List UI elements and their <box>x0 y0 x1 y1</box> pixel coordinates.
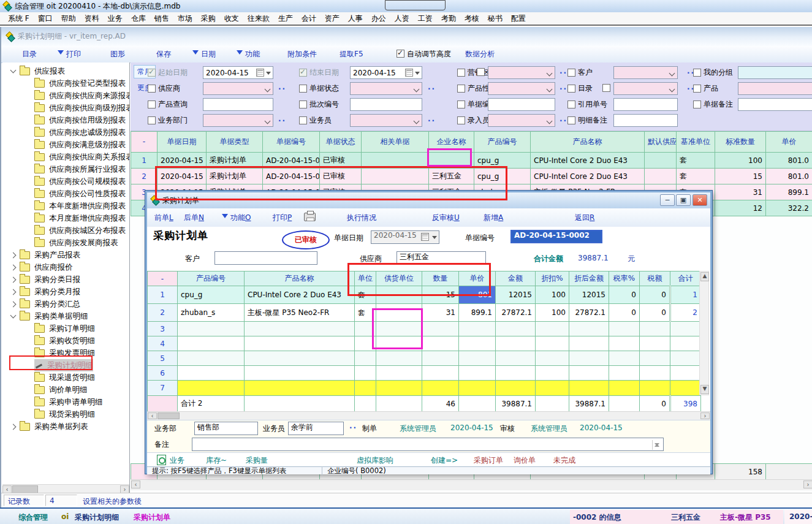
toolbar-item-4[interactable]: 日期 <box>192 49 216 59</box>
cell[interactable] <box>245 336 355 351</box>
cell[interactable]: 100 <box>536 304 569 322</box>
dialog-vscrollbar[interactable]: ▲ ▼ <box>699 271 709 395</box>
main-grid-header-3[interactable]: 单据编号 <box>263 132 320 153</box>
chevron-right-icon[interactable] <box>10 276 17 283</box>
link-业务[interactable]: 业务 <box>170 455 184 466</box>
cell[interactable]: 27872.1 <box>496 304 536 322</box>
cell[interactable] <box>640 351 670 366</box>
cell[interactable] <box>376 381 422 396</box>
cell[interactable] <box>536 322 569 336</box>
cell[interactable]: 3 <box>148 322 178 336</box>
dialog-grid-header-0[interactable]: - <box>148 271 178 286</box>
cell[interactable] <box>362 169 429 184</box>
cell[interactable]: CPU-Intel Core 2 Duo E43 <box>531 153 645 169</box>
cell[interactable]: 899.1 <box>459 304 496 322</box>
cell[interactable]: 12015 <box>496 286 536 304</box>
menu-item-1[interactable]: 窗口 <box>34 12 57 25</box>
dialog-grid-row-2[interactable]: 2zhuban_s主板-微星 P35 Neo2-FR套31899.127872.… <box>148 304 701 322</box>
toolbar-item-7[interactable]: 提取F5 <box>340 49 363 59</box>
cell[interactable]: 15 <box>422 286 459 304</box>
sidebar-item-8[interactable]: 供应商按所属行业报表 <box>34 163 126 175</box>
cell[interactable]: 1 <box>131 153 157 169</box>
cell[interactable] <box>362 153 429 169</box>
cell[interactable] <box>640 336 670 351</box>
cell[interactable] <box>459 366 496 381</box>
menu-item-2[interactable]: 帮助 <box>57 12 80 25</box>
sidebar-item-14[interactable]: 供应商按发展商报表 <box>34 237 118 249</box>
filter-单据备注-checkbox[interactable]: 单据备注 <box>693 98 733 111</box>
filter-起始日期-field[interactable]: 2020-04-15 <box>203 66 273 79</box>
sidebar-item-5[interactable]: 供应商按忠诚级别报表 <box>34 126 126 139</box>
filter-录入员-dots[interactable] <box>560 114 567 127</box>
cell[interactable]: AD-20-04-15-0002 <box>263 169 320 184</box>
minimized-window-fragment[interactable] <box>385 0 446 10</box>
main-grid-row-1[interactable]: 12020-04-15采购计划单AD-20-04-15-0001已审核cpu_g… <box>131 153 812 169</box>
cell[interactable] <box>355 366 376 381</box>
chevron-right-icon[interactable] <box>10 264 17 270</box>
link-采购量[interactable]: 采购量 <box>246 455 268 466</box>
sidebar-item-27[interactable]: 采购申请单明细 <box>34 396 103 408</box>
spinner-icon[interactable] <box>652 440 661 450</box>
filter-产品-checkbox[interactable]: 产品 <box>693 82 718 95</box>
cell[interactable] <box>569 381 609 396</box>
cell[interactable] <box>178 336 245 351</box>
cell[interactable] <box>609 381 640 396</box>
cell[interactable] <box>422 366 459 381</box>
menu-item-17[interactable]: 工资 <box>414 12 437 25</box>
filter-目录-field[interactable] <box>613 82 678 95</box>
filter-录入员-checkbox[interactable]: 录入员 <box>457 114 490 127</box>
data-analysis-link[interactable]: 数据分析 <box>465 49 495 59</box>
main-grid-header-2[interactable]: 单据类型 <box>207 132 263 153</box>
chevron-right-icon[interactable] <box>10 289 17 295</box>
menu-item-5[interactable]: 仓库 <box>127 12 150 25</box>
menu-item-21[interactable]: 配置 <box>507 12 530 25</box>
sidebar-item-6[interactable]: 供应商按满意级别报表 <box>34 139 126 151</box>
toolbar-item-1[interactable]: 打印 <box>58 49 81 59</box>
dialog-toolbar-6[interactable]: 新增A <box>484 213 503 223</box>
link-询价单[interactable]: 询价单 <box>514 455 536 466</box>
filter-客户-checkbox[interactable]: 客户 <box>567 66 593 79</box>
filter-明细备注-field[interactable] <box>613 114 678 127</box>
customer-field[interactable] <box>214 251 317 265</box>
taskbar-item-0[interactable]: 综合管理 <box>18 512 48 523</box>
cell[interactable]: 1 <box>148 286 178 304</box>
note-field[interactable] <box>192 438 664 451</box>
taskbar-item-3[interactable]: 采购计划单 <box>134 512 170 523</box>
cell[interactable]: 12 <box>715 200 766 216</box>
cell[interactable] <box>609 322 640 336</box>
cell[interactable]: 31 <box>422 304 459 322</box>
menu-item-0[interactable]: 系统 F <box>4 12 34 25</box>
dialog-grid-row-1[interactable]: 1cpu_gCPU-Intel Core 2 Duo E43套158011201… <box>148 286 701 304</box>
cell[interactable] <box>459 381 496 396</box>
sidebar-item-29[interactable]: 采购类单据列表 <box>11 420 88 433</box>
cell[interactable] <box>670 381 701 396</box>
cell[interactable]: 三利五金 <box>429 169 474 184</box>
cell[interactable] <box>376 322 422 336</box>
filter-结束日期-checkbox[interactable]: 结束日期 <box>299 66 339 79</box>
cell[interactable] <box>670 351 701 366</box>
sidebar-item-9[interactable]: 供应商按公司规模报表 <box>34 175 126 188</box>
close-button[interactable]: ✕ <box>692 194 707 206</box>
main-grid-header-7[interactable]: 产品编号 <box>474 132 531 153</box>
dialog-grid-header-3[interactable]: 单位 <box>355 271 376 286</box>
dialog-grid-header-6[interactable]: 单价 <box>459 271 496 286</box>
cell[interactable] <box>496 322 536 336</box>
filter-业务部门-checkbox[interactable]: 业务部门 <box>148 114 188 127</box>
filter-营销区-field[interactable] <box>488 66 555 79</box>
cell[interactable] <box>640 381 670 396</box>
cell[interactable] <box>459 351 496 366</box>
filter-产品性质-field[interactable] <box>488 82 555 95</box>
sidebar-item-2[interactable]: 供应商按供应商来源报表 <box>34 89 130 102</box>
sidebar-item-25[interactable]: 现采退货明细 <box>34 371 95 384</box>
filter-产品-field[interactable] <box>738 82 812 95</box>
sidebar-item-26[interactable]: 询价单明细 <box>34 384 88 396</box>
cell[interactable]: 已审核 <box>320 169 362 184</box>
cell[interactable]: 套 <box>355 286 376 304</box>
cell[interactable] <box>355 336 376 351</box>
calendar-icon[interactable] <box>256 69 264 77</box>
sidebar-item-13[interactable]: 供应商按城区分布报表 <box>34 224 126 237</box>
cell[interactable] <box>422 336 459 351</box>
taskbar-item-2[interactable]: 采购计划明细 <box>75 512 119 523</box>
dialog-grid-empty-row-6[interactable]: 6 <box>148 366 701 381</box>
dialog-grid-header-1[interactable]: 产品编号 <box>178 271 245 286</box>
